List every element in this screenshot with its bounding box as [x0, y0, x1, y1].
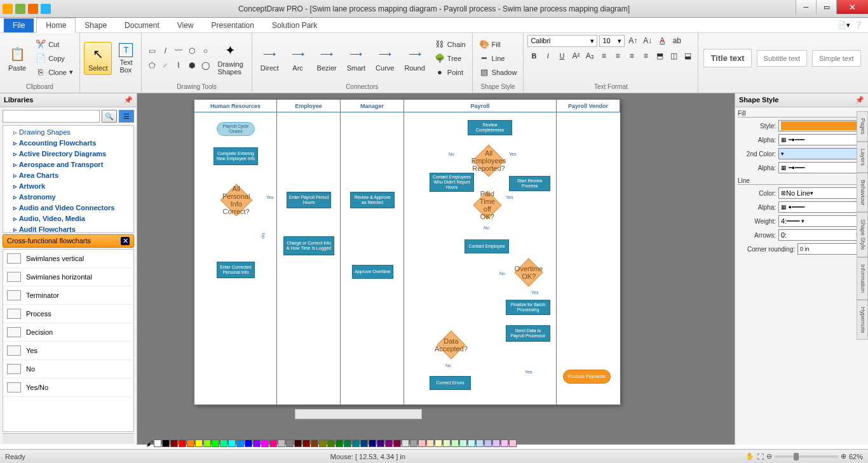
tab-presentation[interactable]: Presentation	[203, 18, 263, 32]
lib-item[interactable]: ▹ Astronomy	[4, 192, 132, 203]
color-swatch[interactable]	[451, 440, 459, 447]
color-swatch[interactable]	[385, 440, 393, 447]
dt-icon[interactable]: ⬠	[146, 59, 158, 72]
title-style[interactable]: Title text	[703, 49, 751, 67]
dt-icon[interactable]: ⬡	[186, 44, 198, 57]
tab-document[interactable]: Document	[116, 18, 168, 32]
color-swatch[interactable]	[302, 440, 310, 447]
color-swatch[interactable]	[203, 440, 211, 447]
dt-icon[interactable]: /	[159, 44, 172, 57]
select-tool[interactable]: ↖Select	[84, 42, 112, 75]
node-p4[interactable]: Review & Approve as Needed	[350, 192, 395, 208]
shrink-font-icon[interactable]: A↓	[641, 34, 654, 47]
lib-item[interactable]: ▹ Drawing Shapes	[4, 127, 132, 138]
connector-direct[interactable]: ⟶Direct	[256, 42, 283, 75]
tab-shape[interactable]: Shape	[76, 18, 116, 32]
maximize-button[interactable]: ▭	[816, 0, 836, 14]
color-swatch[interactable]	[501, 440, 508, 447]
node-d1[interactable]: All Personal Info Correct?	[220, 184, 253, 217]
color-swatch[interactable]	[269, 440, 277, 447]
color-swatch[interactable]	[402, 440, 409, 447]
color-tool-icon[interactable]: 🖌	[146, 440, 153, 447]
simple-style[interactable]: Simple text	[812, 50, 860, 67]
valign-t-icon[interactable]: ⬒	[653, 50, 666, 62]
align-r-icon[interactable]: ≡	[625, 50, 638, 62]
color-swatch[interactable]	[278, 440, 285, 447]
qa-icon[interactable]	[15, 4, 25, 14]
pin-icon[interactable]: 📌	[855, 96, 864, 104]
lib-item[interactable]: ▹ Artwork	[4, 181, 132, 192]
tab-solutionpark[interactable]: Solution Park	[263, 18, 326, 32]
hand-tool-icon[interactable]: ✋	[745, 452, 754, 460]
node-p8[interactable]: Contact Employees Who Didn't Report Hour…	[430, 173, 474, 192]
valign-b-icon[interactable]: ⬓	[681, 50, 694, 62]
color-swatch[interactable]	[228, 440, 236, 447]
dt-icon[interactable]: ◯	[199, 59, 212, 72]
diagram-canvas[interactable]: Human ResourcesEmployeeManagerPayrollPay…	[194, 100, 620, 405]
side-tab[interactable]: Layers	[857, 142, 868, 173]
tab-home[interactable]: Home	[36, 18, 76, 33]
qa-icon[interactable]	[28, 4, 38, 14]
dt-icon[interactable]: ▭	[146, 44, 158, 57]
shape-item[interactable]: No	[3, 360, 133, 379]
view-toggle[interactable]: ☰	[119, 110, 134, 123]
color-swatch[interactable]	[336, 440, 343, 447]
dt-icon[interactable]: ⬢	[186, 59, 198, 72]
connector-round[interactable]: ⟶Round	[400, 42, 429, 75]
dt-icon[interactable]: ⟋	[159, 59, 172, 72]
node-p3[interactable]: Enter Payroll Period Hours	[287, 192, 331, 208]
qa-icon[interactable]	[41, 4, 51, 14]
color-swatch[interactable]	[154, 440, 161, 447]
node-p10[interactable]: Contact Employee	[465, 239, 509, 253]
color-swatch[interactable]	[319, 440, 327, 447]
color-swatch[interactable]	[253, 440, 261, 447]
bold-icon[interactable]: B	[527, 50, 540, 62]
color-swatch[interactable]	[162, 440, 170, 447]
fill-style-combo[interactable]: ▾	[778, 120, 865, 131]
lib-item[interactable]: ▹ Area Charts	[4, 170, 132, 181]
color-swatch[interactable]	[492, 440, 500, 447]
node-start[interactable]: Payroll Cycle Closes	[217, 122, 255, 136]
lib-item[interactable]: ▹ Active Directory Diagrams	[4, 149, 132, 159]
shape-item[interactable]: Yes/No	[3, 379, 133, 397]
pin-icon[interactable]: 📌	[124, 96, 133, 104]
lib-item[interactable]: ▹ Accounting Flowcharts	[4, 138, 132, 149]
search-button[interactable]: 🔍	[102, 110, 117, 123]
rounding-input[interactable]: 0 in	[797, 243, 865, 255]
color-swatch[interactable]	[426, 440, 434, 447]
color-swatch[interactable]	[327, 440, 335, 447]
node-p5[interactable]: Charge or Correct Info & How Time Is Log…	[283, 236, 334, 255]
library-tree[interactable]: ▹ Drawing Shapes▹ Accounting Flowcharts▹…	[3, 125, 134, 233]
color-swatch[interactable]	[195, 440, 203, 447]
highlight-icon[interactable]: ab	[670, 34, 683, 47]
canvas-hscroll[interactable]	[295, 409, 422, 419]
selected-library[interactable]: Cross-functional flowcharts✕	[3, 234, 134, 248]
color-swatch[interactable]	[294, 440, 302, 447]
node-end[interactable]: Produce Payments	[563, 370, 611, 384]
line-color-combo[interactable]: ⊠ No Line ▾	[778, 187, 865, 199]
lib-item[interactable]: ▹ Aerospace and Transport	[4, 159, 132, 170]
lib-item[interactable]: ▹ Audio, Video, Media	[4, 213, 132, 224]
line-button[interactable]: ━Line	[477, 52, 520, 65]
arrows-combo[interactable]: 0:5 ▾	[778, 229, 865, 241]
connector-smart[interactable]: ⟶Smart	[342, 42, 370, 75]
minimize-button[interactable]: ─	[796, 0, 816, 14]
color-swatch[interactable]	[509, 440, 517, 447]
color-swatch[interactable]	[393, 440, 401, 447]
align-l-icon[interactable]: ≡	[597, 50, 610, 62]
color-swatch[interactable]	[261, 440, 269, 447]
color2-combo[interactable]: ▾	[778, 148, 865, 159]
node-p12[interactable]: Send Data to Payroll Processor	[506, 325, 550, 342]
dt-icon[interactable]: ○	[199, 44, 212, 57]
dt-icon[interactable]: 〰	[172, 44, 185, 57]
shadow-button[interactable]: ▧Shadow	[477, 66, 520, 79]
sub-icon[interactable]: A₂	[583, 50, 596, 62]
lib-item[interactable]: ▹ Audio and Video Connectors	[4, 203, 132, 213]
zoom-in-icon[interactable]: ⊕	[841, 452, 846, 460]
color-swatch[interactable]	[245, 440, 252, 447]
shape-item[interactable]: Yes	[3, 342, 133, 360]
file-menu[interactable]: File	[4, 18, 34, 32]
lib-item[interactable]: ▹ Audit Flowcharts	[4, 224, 132, 233]
color-swatch[interactable]	[369, 440, 376, 447]
color-swatch[interactable]	[410, 440, 417, 447]
